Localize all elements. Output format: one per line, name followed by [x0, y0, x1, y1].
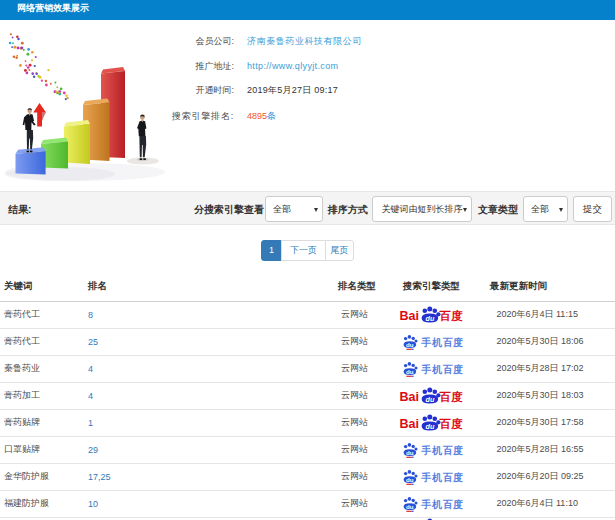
svg-text:Bai: Bai — [400, 390, 419, 404]
svg-text:du: du — [406, 341, 414, 348]
svg-text:du: du — [426, 422, 435, 431]
svg-text:Bai: Bai — [400, 309, 419, 323]
svg-text:百度: 百度 — [439, 390, 464, 403]
svg-text:du: du — [406, 368, 414, 375]
svg-text:Bai: Bai — [400, 417, 419, 431]
svg-text:手机百度: 手机百度 — [421, 364, 464, 375]
svg-text:百度: 百度 — [439, 417, 464, 430]
svg-text:du: du — [406, 449, 414, 456]
svg-text:du: du — [406, 503, 414, 510]
svg-text:手机百度: 手机百度 — [421, 499, 464, 510]
svg-text:百度: 百度 — [439, 309, 464, 322]
svg-text:du: du — [426, 395, 435, 404]
svg-text:手机百度: 手机百度 — [421, 445, 464, 456]
svg-text:手机百度: 手机百度 — [421, 337, 464, 348]
svg-text:手机百度: 手机百度 — [421, 472, 464, 483]
svg-text:du: du — [406, 476, 414, 483]
svg-text:du: du — [426, 314, 435, 323]
